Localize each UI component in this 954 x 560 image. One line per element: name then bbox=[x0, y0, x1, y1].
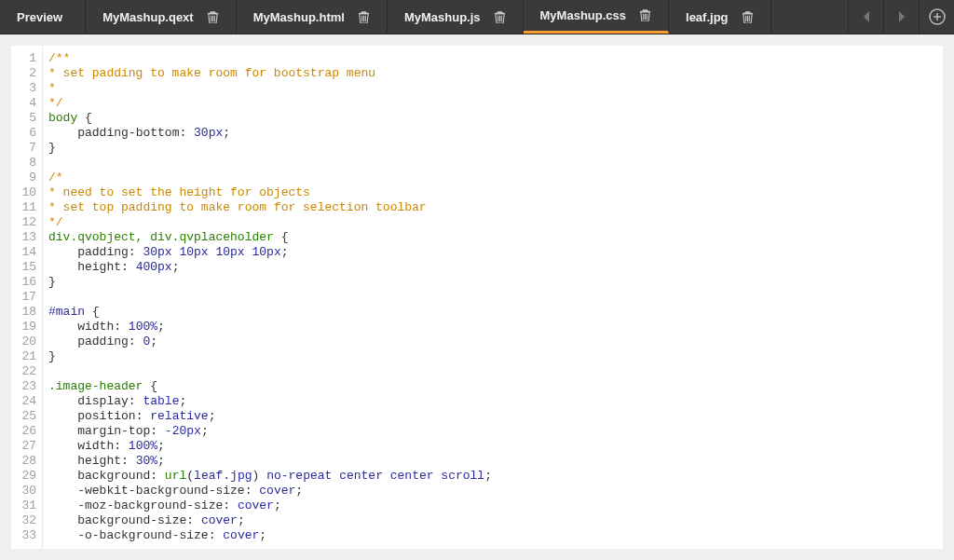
tab-label: Preview bbox=[17, 10, 62, 24]
line-number: 9 bbox=[11, 171, 36, 185]
code-line[interactable]: background-size: cover; bbox=[48, 513, 492, 528]
tab-label: MyMashup.html bbox=[253, 10, 345, 24]
code-line[interactable]: height: 400px; bbox=[48, 260, 492, 275]
tab-preview[interactable]: Preview bbox=[0, 0, 86, 34]
line-number: 16 bbox=[11, 275, 36, 290]
svg-rect-0 bbox=[208, 12, 218, 13]
code-line[interactable]: padding: 0; bbox=[48, 335, 492, 349]
trash-icon[interactable] bbox=[742, 11, 754, 23]
line-number: 12 bbox=[11, 215, 36, 230]
code-line[interactable]: width: 100%; bbox=[48, 320, 492, 335]
line-number: 3 bbox=[11, 81, 36, 96]
svg-rect-2 bbox=[494, 12, 504, 13]
tab-file[interactable]: MyMashup.js bbox=[388, 0, 524, 34]
line-number-gutter: 1234567891011121314151617181920212223242… bbox=[11, 46, 43, 549]
tab-file[interactable]: MyMashup.html bbox=[237, 0, 388, 34]
chevron-left-icon bbox=[862, 10, 871, 23]
line-number: 24 bbox=[11, 394, 36, 409]
code-line[interactable]: * set top padding to make room for selec… bbox=[48, 200, 492, 215]
line-number: 13 bbox=[11, 230, 36, 245]
code-line[interactable]: margin-top: -20px; bbox=[48, 424, 492, 439]
line-number: 23 bbox=[11, 379, 36, 394]
line-number: 15 bbox=[11, 260, 36, 275]
code-line[interactable]: #main { bbox=[48, 305, 492, 320]
tab-bar-right bbox=[848, 0, 954, 34]
code-line[interactable]: background: url(leaf.jpg) no-repeat cent… bbox=[48, 469, 492, 484]
code-line[interactable]: .image-header { bbox=[48, 379, 492, 394]
code-content[interactable]: /*** set padding to make room for bootst… bbox=[43, 46, 492, 549]
line-number: 7 bbox=[11, 141, 36, 156]
code-line[interactable]: width: 100%; bbox=[48, 439, 492, 454]
trash-icon[interactable] bbox=[639, 9, 651, 21]
line-number: 14 bbox=[11, 245, 36, 260]
line-number: 25 bbox=[11, 409, 36, 424]
line-number: 1 bbox=[11, 51, 36, 66]
line-number: 27 bbox=[11, 439, 36, 454]
chevron-right-icon bbox=[897, 10, 906, 23]
code-line[interactable]: * need to set the height for objects bbox=[48, 185, 492, 200]
svg-rect-4 bbox=[742, 12, 752, 13]
line-number: 21 bbox=[11, 349, 36, 364]
code-line[interactable]: padding-bottom: 30px; bbox=[48, 126, 492, 141]
tab-label: leaf.jpg bbox=[686, 10, 729, 24]
tab-label: MyMashup.css bbox=[540, 8, 626, 22]
tab-label: MyMashup.js bbox=[404, 10, 481, 24]
tab-bar: Preview MyMashup.qextMyMashup.htmlMyMash… bbox=[0, 0, 954, 34]
code-line[interactable]: div.qvobject, div.qvplaceholder { bbox=[48, 230, 492, 245]
add-tab-button[interactable] bbox=[919, 0, 954, 34]
nav-next-button[interactable] bbox=[883, 0, 919, 34]
trash-icon[interactable] bbox=[358, 11, 370, 23]
code-line[interactable]: body { bbox=[48, 111, 492, 126]
code-line[interactable]: height: 30%; bbox=[48, 454, 492, 469]
code-line[interactable]: padding: 30px 10px 10px 10px; bbox=[48, 245, 492, 260]
code-line[interactable] bbox=[48, 290, 492, 305]
code-line[interactable]: /* bbox=[48, 171, 492, 185]
line-number: 32 bbox=[11, 513, 36, 528]
line-number: 30 bbox=[11, 484, 36, 499]
code-line[interactable] bbox=[48, 364, 492, 379]
code-line[interactable]: */ bbox=[48, 215, 492, 230]
svg-rect-3 bbox=[640, 11, 650, 12]
line-number: 28 bbox=[11, 454, 36, 469]
line-number: 20 bbox=[11, 335, 36, 349]
code-line[interactable]: } bbox=[48, 275, 492, 290]
code-line[interactable]: } bbox=[48, 141, 492, 156]
line-number: 33 bbox=[11, 528, 36, 543]
code-editor[interactable]: 1234567891011121314151617181920212223242… bbox=[11, 46, 943, 549]
line-number: 26 bbox=[11, 424, 36, 439]
tab-file[interactable]: MyMashup.css bbox=[524, 0, 669, 34]
code-line[interactable]: -moz-background-size: cover; bbox=[48, 499, 492, 513]
tab-file[interactable]: leaf.jpg bbox=[669, 0, 771, 34]
line-number: 29 bbox=[11, 469, 36, 484]
line-number: 22 bbox=[11, 364, 36, 379]
tab-file[interactable]: MyMashup.qext bbox=[86, 0, 237, 34]
line-number: 5 bbox=[11, 111, 36, 126]
trash-icon[interactable] bbox=[207, 11, 219, 23]
line-number: 6 bbox=[11, 126, 36, 141]
code-line[interactable]: */ bbox=[48, 96, 492, 111]
line-number: 8 bbox=[11, 156, 36, 171]
line-number: 10 bbox=[11, 185, 36, 200]
trash-icon[interactable] bbox=[494, 11, 506, 23]
line-number: 18 bbox=[11, 305, 36, 320]
code-line[interactable]: -webkit-background-size: cover; bbox=[48, 484, 492, 499]
code-line[interactable] bbox=[48, 156, 492, 171]
plus-icon bbox=[929, 8, 946, 25]
code-line[interactable]: position: relative; bbox=[48, 409, 492, 424]
code-line[interactable]: * bbox=[48, 81, 492, 96]
line-number: 2 bbox=[11, 66, 36, 81]
line-number: 4 bbox=[11, 96, 36, 111]
code-line[interactable]: } bbox=[48, 349, 492, 364]
svg-rect-1 bbox=[359, 12, 369, 13]
code-line[interactable]: /** bbox=[48, 51, 492, 66]
line-number: 31 bbox=[11, 499, 36, 513]
tab-label: MyMashup.qext bbox=[102, 10, 194, 24]
editor-container: 1234567891011121314151617181920212223242… bbox=[0, 34, 954, 560]
code-line[interactable]: -o-background-size: cover; bbox=[48, 528, 492, 543]
nav-prev-button[interactable] bbox=[848, 0, 883, 34]
line-number: 11 bbox=[11, 200, 36, 215]
code-line[interactable]: display: table; bbox=[48, 394, 492, 409]
line-number: 17 bbox=[11, 290, 36, 305]
line-number: 19 bbox=[11, 320, 36, 335]
code-line[interactable]: * set padding to make room for bootstrap… bbox=[48, 66, 492, 81]
